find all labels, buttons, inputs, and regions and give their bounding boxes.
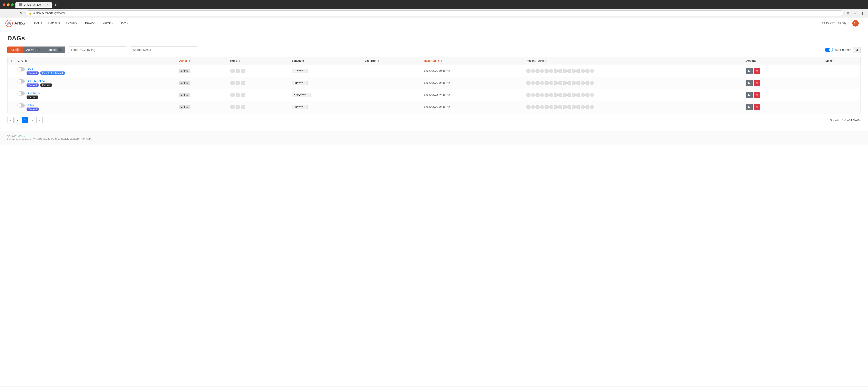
tag-discord-uplus[interactable]: Discord: [27, 107, 39, 111]
actions-cell-ga4: ▶ 🗑 ⋯: [744, 65, 823, 77]
row-info-cell: [7, 65, 15, 77]
nav-datasets[interactable]: Datasets: [45, 18, 63, 29]
menu-button[interactable]: ⋮: [860, 11, 865, 15]
task-circle: [554, 93, 558, 97]
schedule-badge-ga4[interactable]: 01**** ℹ: [292, 69, 308, 73]
toggle-slider: [825, 47, 833, 52]
next-run-cell-uplus: 2023-08-25, 00:00:00 ℹ: [421, 101, 524, 113]
extensions-button[interactable]: ⊞: [845, 11, 850, 15]
dag-toggle-github-follow[interactable]: [18, 79, 25, 84]
nav-security[interactable]: Security ▾: [63, 18, 82, 29]
refresh-button[interactable]: ↺: [853, 47, 861, 53]
forward-button[interactable]: →: [10, 11, 17, 15]
tag-filter-input[interactable]: [68, 46, 127, 53]
prev-page-button[interactable]: ‹: [14, 117, 21, 123]
schedule-badge-ghf[interactable]: 08**** ℹ: [292, 81, 308, 85]
app-container: Airflow DAGs Datasets Security ▾ Browse …: [0, 18, 868, 386]
runs-cell-ga4: [228, 65, 289, 77]
schedule-badge-uplus[interactable]: 00**** ℹ: [292, 105, 308, 109]
task-circle: [545, 93, 549, 97]
lastrun-info-icon[interactable]: ℹ: [378, 59, 379, 62]
table-row: Git-Status GitHub airflow: [7, 89, 861, 101]
dag-name-git-status[interactable]: Git-Status: [27, 91, 40, 95]
user-avatar[interactable]: AU: [852, 20, 859, 27]
play-button-ga4[interactable]: ▶: [746, 68, 753, 74]
row-info-cell: [7, 101, 15, 113]
auto-refresh-label: Auto-refresh: [835, 48, 851, 52]
filter-paused-button[interactable]: Paused 4: [43, 46, 65, 53]
search-input[interactable]: [130, 46, 198, 53]
dag-name-ga4[interactable]: GA-4: [27, 67, 66, 71]
task-circle: [576, 81, 580, 85]
col-dag[interactable]: DAG ⇅: [15, 57, 176, 65]
more-button-ga4[interactable]: ⋯: [761, 68, 767, 74]
dag-name-github-follow[interactable]: GitHub-Follow: [27, 79, 53, 83]
next-run-cell-ga4: 2023-08-25, 01:00:00 ℹ: [421, 65, 524, 77]
dag-toggle-ga4[interactable]: [18, 67, 25, 71]
filter-btn-group: All 4 Active 0 Paused 4: [7, 46, 65, 53]
recenttasks-info-icon[interactable]: ℹ: [546, 59, 546, 62]
tab-close-button[interactable]: ×: [47, 3, 49, 6]
col-owner[interactable]: Owner ⇅: [176, 57, 228, 65]
delete-button-gs[interactable]: 🗑: [753, 92, 760, 98]
current-page-button[interactable]: 1: [22, 117, 28, 123]
dag-toggle-uplus[interactable]: [18, 103, 25, 107]
first-page-button[interactable]: «: [7, 117, 13, 123]
filter-active-button[interactable]: Active 0: [23, 46, 43, 53]
actions-cell-ghf: ▶ 🗑 ⋯: [744, 77, 823, 89]
reload-button[interactable]: ↻: [18, 11, 24, 15]
last-page-button[interactable]: »: [36, 117, 43, 123]
schedule-badge-gs[interactable]: */15**** ℹ: [292, 93, 311, 97]
tag-discord-ga4[interactable]: Discord: [27, 71, 39, 75]
schedule-cell-uplus: 00**** ℹ: [289, 101, 362, 113]
task-circle: [585, 93, 589, 97]
nav-browse[interactable]: Browse ▾: [82, 18, 100, 29]
paused-count-badge: 4: [58, 48, 62, 52]
dag-toggle-git-status[interactable]: [18, 91, 25, 96]
version-link[interactable]: v2.6.2: [18, 134, 25, 138]
runs-info-icon[interactable]: ℹ: [239, 59, 240, 62]
nav-docs[interactable]: Docs ▾: [117, 18, 131, 29]
tag-discord-ghf[interactable]: Discord: [27, 84, 39, 87]
auto-refresh-toggle[interactable]: [825, 47, 833, 52]
navbar-brand[interactable]: Airflow: [5, 20, 25, 27]
dag-name-uplus[interactable]: Uplus: [27, 103, 39, 107]
delete-button-ghf[interactable]: 🗑: [753, 80, 760, 86]
task-circle: [590, 81, 594, 85]
address-bar[interactable]: 🔒 airflow.zerohertz.xyz/home: [25, 10, 843, 16]
tag-github-gs[interactable]: GitHub: [27, 96, 38, 99]
back-button[interactable]: ←: [3, 11, 9, 15]
col-next-run[interactable]: Next Run ⇅ ℹ: [421, 57, 524, 65]
run-circle: [230, 69, 235, 73]
tag-google-ga4[interactable]: Google Analytics 4: [40, 71, 65, 75]
delete-button-uplus[interactable]: 🗑: [753, 104, 760, 110]
filter-all-button[interactable]: All 4: [7, 46, 23, 53]
task-circle: [572, 93, 576, 97]
more-button-uplus[interactable]: ⋯: [761, 104, 767, 110]
table-header: ℹ DAG ⇅ Owner ⇅ Runs ℹ Schedule: [7, 57, 861, 65]
last-run-cell-gs: [362, 89, 421, 101]
actions-cell-gs: ▶ 🗑 ⋯: [744, 89, 823, 101]
play-button-uplus[interactable]: ▶: [746, 104, 753, 110]
next-page-button[interactable]: ›: [29, 117, 35, 123]
play-button-ghf[interactable]: ▶: [746, 80, 753, 86]
new-tab-button[interactable]: +: [53, 2, 58, 8]
tab-title: DAGs - Airflow: [24, 3, 41, 6]
nav-admin[interactable]: Admin ▾: [100, 18, 117, 29]
more-button-ghf[interactable]: ⋯: [761, 80, 767, 86]
nav-dags[interactable]: DAGs: [31, 18, 45, 29]
recent-tasks-cell-gs: [524, 89, 743, 101]
col-actions: Actions: [744, 57, 823, 65]
header-info-icon[interactable]: ℹ: [11, 59, 12, 62]
minimize-dot[interactable]: [7, 3, 9, 6]
run-circle: [241, 69, 245, 73]
bookmark-button[interactable]: ☆: [852, 11, 858, 15]
close-dot[interactable]: [3, 3, 5, 6]
maximize-dot[interactable]: [11, 3, 13, 6]
tag-github-ghf[interactable]: GitHub: [40, 84, 52, 87]
nextrun-info-icon[interactable]: ℹ: [441, 59, 442, 62]
active-tab[interactable]: DAGs - Airflow ×: [16, 2, 52, 8]
play-button-gs[interactable]: ▶: [746, 92, 753, 98]
more-button-gs[interactable]: ⋯: [761, 92, 767, 98]
delete-button-ga4[interactable]: 🗑: [753, 68, 760, 74]
